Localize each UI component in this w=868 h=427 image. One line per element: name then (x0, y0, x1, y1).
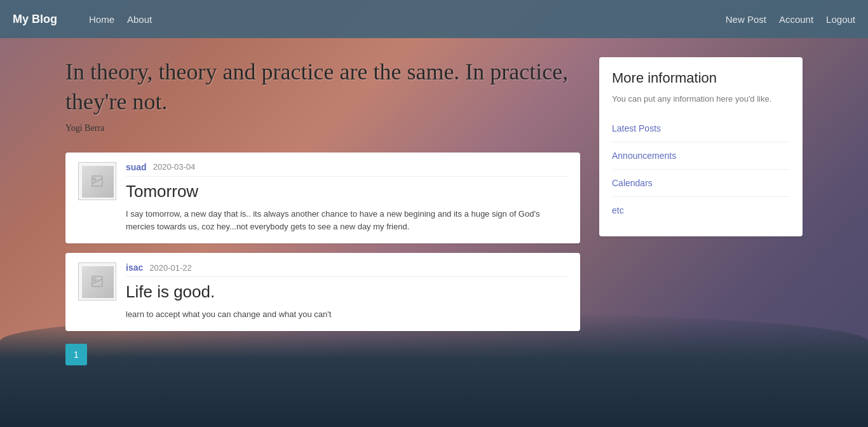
sidebar-link-announcements[interactable]: Announcements (612, 151, 676, 161)
nav-link-account[interactable]: Account (779, 14, 813, 25)
sidebar-links: Latest Posts Announcements Calendars etc (612, 115, 790, 224)
sidebar-link-etc[interactable]: etc (612, 205, 624, 215)
svg-point-2 (93, 178, 96, 180)
page-content: In theory, theory and practice are the s… (53, 38, 815, 384)
post-date: 2020-01-22 (149, 263, 192, 273)
nav-link-home[interactable]: Home (89, 14, 114, 25)
post-date: 2020-03-04 (153, 162, 196, 172)
post-card: isac 2020-01-22 Life is good. learn to a… (65, 253, 580, 331)
list-item: Latest Posts (612, 115, 790, 142)
list-item: Calendars (612, 169, 790, 196)
posts-list: suad 2020-03-04 Tomorrow I say tomorrow,… (65, 152, 580, 331)
post-title[interactable]: Life is good. (126, 282, 567, 302)
sidebar-link-latest-posts[interactable]: Latest Posts (612, 123, 661, 133)
post-excerpt: learn to accept what you can change and … (126, 308, 567, 322)
hero-quote: In theory, theory and practice are the s… (65, 57, 580, 133)
post-meta: isac 2020-01-22 (126, 262, 567, 273)
main-column: In theory, theory and practice are the s… (65, 57, 580, 365)
sidebar-description: You can put any information here you'd l… (612, 93, 790, 105)
list-item: etc (612, 196, 790, 224)
nav-link-about[interactable]: About (127, 14, 152, 25)
page-number-1[interactable]: 1 (65, 344, 87, 365)
post-card: suad 2020-03-04 Tomorrow I say tomorrow,… (65, 152, 580, 244)
sidebar-title: More information (612, 70, 790, 86)
sidebar-link-calendars[interactable]: Calendars (612, 178, 653, 188)
list-item: Announcements (612, 142, 790, 169)
post-meta: suad 2020-03-04 (126, 162, 567, 172)
hero-quote-author: Yogi Berra (65, 123, 580, 133)
post-author[interactable]: suad (126, 162, 147, 172)
svg-point-5 (93, 278, 96, 281)
sidebar-card: More information You can put any informa… (599, 57, 803, 236)
post-excerpt: I say tomorrow, a new day that is.. its … (126, 208, 567, 234)
pagination: 1 (65, 344, 580, 365)
post-author[interactable]: isac (126, 262, 143, 273)
nav-brand[interactable]: My Blog (13, 13, 57, 26)
sidebar: More information You can put any informa… (599, 57, 803, 365)
post-body: isac 2020-01-22 Life is good. learn to a… (126, 262, 567, 322)
nav-link-new-post[interactable]: New Post (726, 14, 766, 25)
post-body: suad 2020-03-04 Tomorrow I say tomorrow,… (126, 162, 567, 234)
avatar (78, 262, 116, 301)
navbar: My Blog Home About New Post Account Logo… (0, 0, 868, 38)
nav-link-logout[interactable]: Logout (826, 14, 855, 25)
hero-quote-text: In theory, theory and practice are the s… (65, 57, 580, 117)
avatar (78, 162, 116, 200)
post-title[interactable]: Tomorrow (126, 182, 567, 201)
